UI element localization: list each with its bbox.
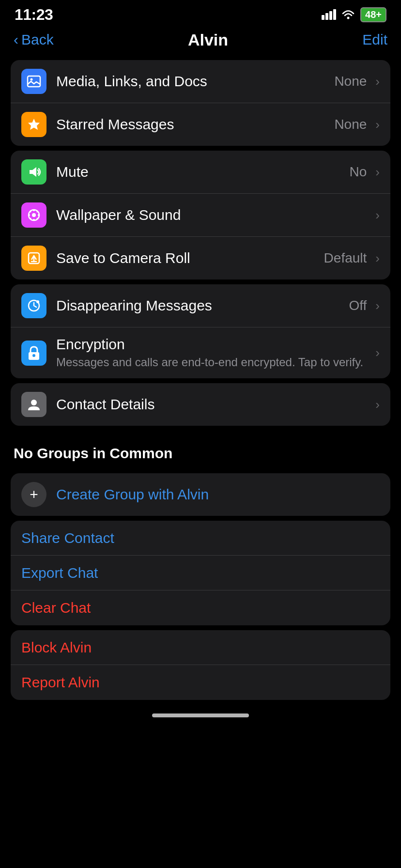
report-row[interactable]: Report Alvin: [11, 665, 390, 700]
mute-chevron-icon: ›: [375, 165, 380, 180]
starred-messages-value: None: [334, 117, 367, 132]
camera-roll-chevron-icon: ›: [375, 251, 380, 266]
camera-roll-icon: [21, 246, 46, 271]
svg-point-8: [33, 219, 35, 221]
mute-value: No: [350, 164, 367, 180]
block-label: Block Alvin: [21, 639, 92, 656]
contact-details-label: Contact Details: [56, 396, 154, 412]
contact-details-chevron-icon: ›: [375, 397, 380, 412]
starred-icon: [21, 112, 46, 137]
encryption-right: ›: [375, 345, 380, 360]
contact-section: Contact Details ›: [11, 383, 390, 426]
starred-messages-label: Starred Messages: [56, 116, 174, 132]
home-indicator: [0, 705, 401, 722]
contact-details-icon: [21, 392, 46, 417]
svg-point-10: [38, 214, 40, 216]
edit-button[interactable]: Edit: [362, 31, 387, 48]
encryption-label: Encryption: [56, 336, 125, 352]
encryption-icon: [21, 341, 46, 366]
media-starred-section: Media, Links, and Docs None › Starred Me…: [11, 60, 390, 146]
media-links-row[interactable]: Media, Links, and Docs None ›: [11, 60, 390, 103]
camera-roll-value: Default: [324, 250, 367, 266]
starred-messages-row[interactable]: Starred Messages None ›: [11, 103, 390, 146]
contact-details-content: Contact Details: [56, 396, 375, 413]
wallpaper-sound-row[interactable]: Wallpaper & Sound ›: [11, 194, 390, 237]
svg-point-22: [31, 400, 37, 405]
clear-chat-label: Clear Chat: [21, 600, 91, 616]
back-label: Back: [21, 31, 54, 48]
mute-right: No ›: [350, 164, 380, 180]
settings-section: Mute No › Wallpaper & Sound: [11, 151, 390, 279]
contact-details-right: ›: [375, 397, 380, 412]
svg-point-14: [37, 218, 38, 219]
battery-icon: 48+: [360, 7, 386, 22]
disappearing-content: Disappearing Messages: [56, 297, 349, 314]
status-time: 11:23: [15, 6, 53, 24]
mute-row[interactable]: Mute No ›: [11, 151, 390, 194]
export-chat-label: Export Chat: [21, 565, 98, 581]
signal-icon: [322, 9, 336, 20]
svg-marker-4: [30, 167, 36, 177]
svg-point-2: [31, 78, 33, 81]
share-contact-row[interactable]: Share Contact: [11, 521, 390, 556]
groups-section-label: No Groups in Common: [0, 431, 401, 468]
wallpaper-icon: [21, 202, 46, 228]
back-button[interactable]: ‹ Back: [14, 31, 54, 48]
svg-rect-1: [28, 76, 40, 87]
create-group-plus-icon: +: [21, 482, 46, 507]
media-icon: [21, 69, 46, 94]
wallpaper-chevron-icon: ›: [375, 208, 380, 223]
svg-point-6: [32, 213, 36, 217]
media-links-content: Media, Links, and Docs: [56, 73, 334, 90]
svg-point-9: [28, 214, 30, 216]
svg-point-13: [30, 218, 31, 219]
svg-point-19: [36, 300, 39, 303]
export-chat-row[interactable]: Export Chat: [11, 556, 390, 590]
media-links-chevron-icon: ›: [375, 74, 380, 89]
camera-roll-row[interactable]: Save to Camera Roll Default ›: [11, 237, 390, 279]
disappearing-value: Off: [349, 298, 367, 313]
create-group-label: Create Group with Alvin: [56, 486, 209, 503]
camera-roll-content: Save to Camera Roll: [56, 250, 324, 266]
block-report-section: Block Alvin Report Alvin: [11, 630, 390, 700]
status-icons: 48+: [322, 7, 386, 22]
share-contact-label: Share Contact: [21, 530, 114, 546]
media-links-right: None ›: [334, 74, 380, 89]
svg-point-12: [37, 211, 38, 213]
block-row[interactable]: Block Alvin: [11, 630, 390, 665]
status-bar: 11:23 48+: [0, 0, 401, 26]
disappearing-messages-row[interactable]: Disappearing Messages Off ›: [11, 284, 390, 327]
disappearing-icon: [21, 293, 46, 318]
encryption-row[interactable]: Encryption Messages and calls are end-to…: [11, 327, 390, 378]
mute-content: Mute: [56, 164, 350, 180]
nav-bar: ‹ Back Alvin Edit: [0, 26, 401, 55]
clear-chat-row[interactable]: Clear Chat: [11, 590, 390, 625]
svg-marker-3: [28, 119, 40, 130]
back-chevron-icon: ‹: [14, 31, 18, 48]
contact-details-row[interactable]: Contact Details ›: [11, 383, 390, 426]
disappearing-right: Off ›: [349, 298, 380, 313]
starred-messages-content: Starred Messages: [56, 116, 334, 133]
svg-point-7: [33, 209, 35, 211]
actions-section: Share Contact Export Chat Clear Chat: [11, 521, 390, 625]
encryption-chevron-icon: ›: [375, 345, 380, 360]
camera-roll-right: Default ›: [324, 250, 380, 266]
wallpaper-right: ›: [375, 208, 380, 223]
page-title: Alvin: [188, 31, 228, 49]
media-links-label: Media, Links, and Docs: [56, 73, 207, 89]
privacy-section: Disappearing Messages Off › Encryption M…: [11, 284, 390, 378]
wifi-icon: [341, 9, 355, 20]
disappearing-messages-label: Disappearing Messages: [56, 297, 212, 313]
encryption-sublabel: Messages and calls are end-to-end encryp…: [56, 355, 375, 370]
disappearing-chevron-icon: ›: [375, 298, 380, 313]
create-group-row[interactable]: + Create Group with Alvin: [11, 473, 390, 516]
svg-point-0: [347, 17, 350, 19]
svg-point-21: [32, 354, 35, 357]
home-bar: [152, 713, 249, 717]
wallpaper-sound-label: Wallpaper & Sound: [56, 207, 181, 223]
mute-label: Mute: [56, 164, 89, 180]
media-links-value: None: [334, 74, 367, 89]
camera-roll-label: Save to Camera Roll: [56, 250, 190, 266]
encryption-content: Encryption Messages and calls are end-to…: [56, 336, 375, 370]
starred-messages-right: None ›: [334, 117, 380, 132]
